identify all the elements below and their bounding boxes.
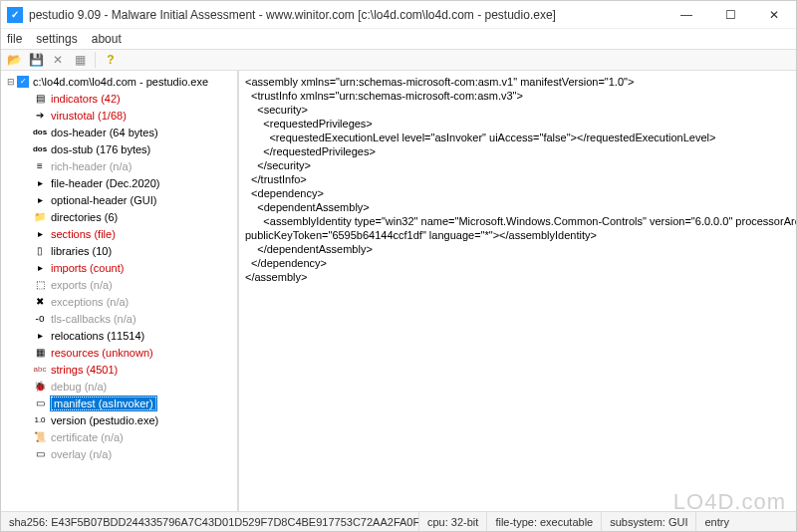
tree-item-icon: dos — [33, 142, 47, 156]
tree-item-icon: ▯ — [33, 244, 47, 258]
tree-item-label: manifest (asInvoker) — [51, 397, 156, 410]
tree-item-label: virustotal (1/68) — [51, 110, 127, 122]
tree-item-icon: 📜 — [33, 430, 47, 444]
tree-item-label: indicators (42) — [51, 93, 121, 105]
status-cpu: cpu: 32-bit — [419, 512, 487, 531]
tree-item-label: resources (unknown) — [51, 347, 153, 359]
save-icon[interactable]: 💾 — [27, 51, 45, 69]
tree-item-label: optional-header (GUI) — [51, 194, 156, 206]
help-icon[interactable]: ? — [102, 51, 120, 69]
tree-item[interactable]: 📜certificate (n/a) — [1, 428, 237, 445]
tree-item-label: exports (n/a) — [51, 279, 113, 291]
tree-item-label: sections (file) — [51, 228, 116, 240]
tree-item[interactable]: ✖exceptions (n/a) — [1, 293, 237, 310]
menu-settings[interactable]: settings — [36, 32, 77, 46]
tree-item-label: directories (6) — [51, 211, 118, 223]
open-icon[interactable]: 📂 — [5, 51, 23, 69]
minimize-button[interactable]: — — [664, 1, 708, 29]
tree-item[interactable]: ≡rich-header (n/a) — [1, 157, 237, 174]
status-sha256: sha256: E43F5B07BDD244335796A7C43D01D529… — [1, 512, 419, 531]
tree-item-label: strings (4501) — [51, 364, 118, 376]
app-icon: ✓ — [7, 7, 23, 23]
tree-item[interactable]: 1.0version (pestudio.exe) — [1, 411, 237, 428]
tree-item-label: debug (n/a) — [51, 381, 107, 393]
tree-item[interactable]: ▭manifest (asInvoker) — [1, 395, 237, 411]
tree-item-label: rich-header (n/a) — [51, 160, 132, 172]
tree-item[interactable]: ➔virustotal (1/68) — [1, 107, 237, 124]
options-icon[interactable]: ▦ — [71, 51, 89, 69]
main-area: ⊟ ✓ c:\lo4d.com\lo4d.com - pestudio.exe … — [1, 71, 796, 511]
status-entry: entry — [696, 512, 796, 531]
tree-item-label: version (pestudio.exe) — [51, 414, 158, 426]
tree-item-icon: ✖ — [33, 295, 47, 309]
titlebar: ✓ pestudio 9.09 - Malware Initial Assess… — [1, 1, 796, 29]
toolbar: 📂 💾 ✕ ▦ ? — [1, 49, 796, 71]
tree-item-icon: ≡ — [33, 159, 47, 173]
tree-item-icon: ▦ — [33, 346, 47, 360]
tree-item-icon: ▭ — [33, 397, 47, 410]
menu-file[interactable]: file — [7, 32, 22, 46]
window-title: pestudio 9.09 - Malware Initial Assessme… — [29, 8, 664, 22]
statusbar: sha256: E43F5B07BDD244335796A7C43D01D529… — [1, 511, 796, 531]
tree-item-icon: ▸ — [33, 261, 47, 275]
tree-item-label: certificate (n/a) — [51, 431, 124, 443]
tree-item[interactable]: ▸relocations (11514) — [1, 327, 237, 344]
tree-item[interactable]: ▸file-header (Dec.2020) — [1, 174, 237, 191]
tree-item-label: imports (count) — [51, 262, 124, 274]
tree-item-label: relocations (11514) — [51, 330, 144, 342]
tree-item-label: libraries (10) — [51, 245, 112, 257]
tree-item-icon: ▸ — [33, 176, 47, 190]
toolbar-separator — [95, 52, 96, 68]
tree-root-label: c:\lo4d.com\lo4d.com - pestudio.exe — [33, 76, 208, 88]
menu-about[interactable]: about — [92, 32, 122, 46]
tree-item-icon: ▸ — [33, 329, 47, 343]
tree-item-icon: 1.0 — [33, 413, 47, 427]
tree-item-icon: -o — [33, 312, 47, 326]
tree-item[interactable]: abcstrings (4501) — [1, 361, 237, 378]
tree-item[interactable]: 🐞debug (n/a) — [1, 378, 237, 395]
tree-item-icon: ▸ — [33, 193, 47, 207]
tree-item-label: tls-callbacks (n/a) — [51, 313, 136, 325]
tree-item[interactable]: ▸imports (count) — [1, 259, 237, 276]
tree-item[interactable]: ▯libraries (10) — [1, 242, 237, 259]
tree-item[interactable]: ⬚exports (n/a) — [1, 276, 237, 293]
close-button[interactable]: ✕ — [752, 1, 796, 29]
tree-item-label: dos-stub (176 bytes) — [51, 143, 150, 155]
window-buttons: — ☐ ✕ — [664, 1, 796, 29]
menubar: file settings about — [1, 29, 796, 49]
status-subsystem: subsystem: GUI — [602, 512, 696, 531]
tree-item-icon: ▭ — [33, 447, 47, 461]
tree-item[interactable]: dosdos-header (64 bytes) — [1, 124, 237, 140]
maximize-button[interactable]: ☐ — [708, 1, 752, 29]
tree-item[interactable]: dosdos-stub (176 bytes) — [1, 140, 237, 157]
tree-item[interactable]: ▭overlay (n/a) — [1, 445, 237, 462]
tree-item[interactable]: ▸sections (file) — [1, 225, 237, 242]
tree-panel[interactable]: ⊟ ✓ c:\lo4d.com\lo4d.com - pestudio.exe … — [1, 71, 238, 511]
tree-item-icon: ⬚ — [33, 278, 47, 292]
tree-root[interactable]: ⊟ ✓ c:\lo4d.com\lo4d.com - pestudio.exe — [1, 73, 237, 90]
tree-item-icon: ▸ — [33, 227, 47, 241]
tree-item-icon: ➔ — [33, 109, 47, 123]
tree-item-label: dos-header (64 bytes) — [51, 127, 158, 138]
tree-item[interactable]: ▤indicators (42) — [1, 90, 237, 107]
close-file-icon[interactable]: ✕ — [49, 51, 67, 69]
tree-item[interactable]: -otls-callbacks (n/a) — [1, 310, 237, 327]
tree-item-icon: ▤ — [33, 92, 47, 106]
tree-item-label: overlay (n/a) — [51, 448, 112, 460]
content-pane[interactable]: <assembly xmlns="urn:schemas-microsoft-c… — [238, 71, 796, 511]
collapse-icon[interactable]: ⊟ — [5, 77, 17, 87]
tree-item-icon: abc — [33, 363, 47, 377]
app-file-icon: ✓ — [17, 76, 29, 88]
tree-item-icon: dos — [33, 126, 47, 139]
tree-item[interactable]: ▦resources (unknown) — [1, 344, 237, 361]
tree-item-icon: 📁 — [33, 210, 47, 224]
tree-item-icon: 🐞 — [33, 380, 47, 394]
tree-item-label: file-header (Dec.2020) — [51, 177, 159, 189]
tree-item[interactable]: 📁directories (6) — [1, 208, 237, 225]
tree-item[interactable]: ▸optional-header (GUI) — [1, 191, 237, 208]
status-filetype: file-type: executable — [487, 512, 602, 531]
tree-item-label: exceptions (n/a) — [51, 296, 129, 308]
